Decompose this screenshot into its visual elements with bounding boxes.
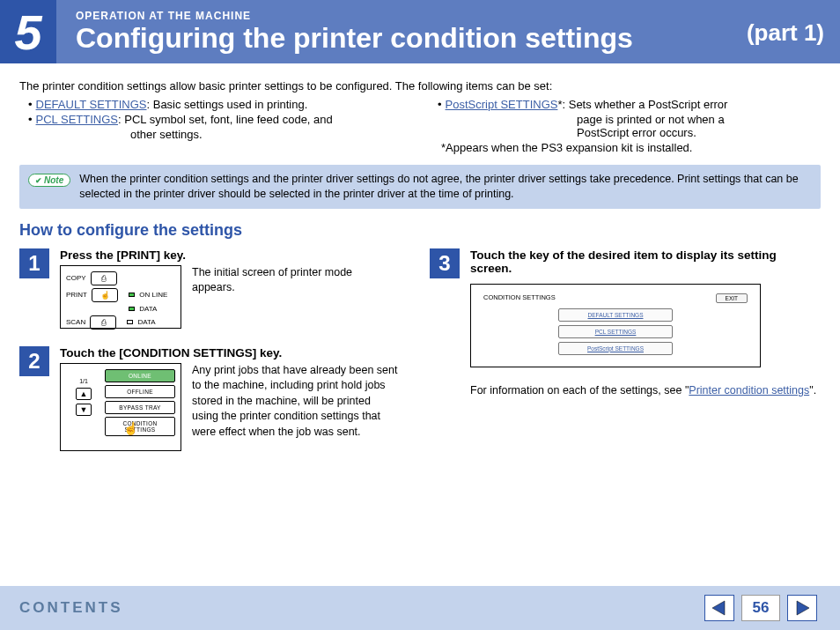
screen-heading: CONDITION SETTINGS (483, 293, 556, 303)
data-label: DATA (139, 305, 157, 313)
data-label: DATA (137, 318, 155, 326)
bullet-desc: : Sets whether a PostScript error (563, 98, 728, 111)
page-indicator: 1/1 (79, 378, 88, 384)
condition-settings-button: CONDITION SETTINGS☝ (105, 417, 175, 436)
page-header: 5 OPERATION AT THE MACHINE Configuring t… (0, 0, 840, 63)
scan-key-icon: ⎙ (90, 315, 116, 330)
part-label: (part 1) (747, 19, 824, 47)
online-label: ON LINE (139, 291, 167, 299)
bullets-left: • DEFAULT SETTINGS: Basic settings used … (19, 98, 411, 154)
steps-left-col: 1 Press the [PRINT] key. COPY⎙ PRINT☝ ON… (19, 248, 398, 469)
bullet-dot-icon: • (28, 113, 33, 126)
step-number: 2 (19, 346, 49, 376)
bullet-dot-icon: • (438, 98, 442, 111)
steps-right-col: 3 Touch the key of the desired item to d… (430, 248, 821, 469)
pcl-settings-link[interactable]: PCL SETTINGS (36, 113, 118, 126)
scan-label: SCAN (66, 318, 85, 326)
print-key-icon: ☝ (92, 288, 118, 302)
info-pre: For information on each of the settings,… (470, 384, 689, 397)
default-settings-button: DEFAULT SETTINGS (558, 308, 673, 322)
howto-heading: How to configure the settings (19, 221, 821, 240)
printer-condition-settings-link[interactable]: Printer condition settings (689, 384, 809, 397)
chapter-number: 5 (14, 4, 41, 61)
print-label: PRINT (66, 291, 87, 299)
step-2: 2 Touch the [CONDITION SETTINGS] key. 1/… (19, 346, 398, 451)
step-number: 3 (430, 248, 460, 278)
chapter-number-box: 5 (0, 0, 56, 63)
content-area: The printer condition settings allow bas… (0, 63, 840, 469)
bullet-desc: : PCL symbol set, font, line feed code, … (118, 113, 333, 126)
step-3: 3 Touch the key of the desired item to d… (430, 248, 821, 399)
intro-text: The printer condition settings allow bas… (19, 79, 821, 93)
header-text: OPERATION AT THE MACHINE Configuring the… (56, 10, 840, 55)
down-arrow-icon: ▼ (76, 404, 92, 416)
copy-label: COPY (66, 274, 86, 282)
bullet-item: • DEFAULT SETTINGS: Basic settings used … (19, 98, 411, 111)
steps-row: 1 Press the [PRINT] key. COPY⎙ PRINT☝ ON… (19, 248, 821, 469)
bullets-row: • DEFAULT SETTINGS: Basic settings used … (19, 98, 821, 154)
info-text: For information on each of the settings,… (470, 383, 821, 399)
hand-pointer-icon: ☝ (123, 421, 138, 435)
note-box: Note When the printer condition settings… (19, 165, 821, 209)
step-description: Any print jobs that have already been se… (192, 363, 398, 451)
bullets-right: • PostScript SETTINGS*: Sets whether a P… (429, 98, 821, 154)
step-title: Touch the key of the desired item to dis… (470, 248, 821, 275)
svg-marker-1 (797, 601, 809, 615)
bullet-desc: : Basic settings used in printing. (147, 98, 308, 111)
step-number: 1 (19, 248, 49, 278)
bullet-continuation: PostScript error occurs. (429, 126, 821, 139)
operation-panel-illustration: COPY⎙ PRINT☝ ON LINE PRINT DATA SCAN⎙ DA… (60, 265, 181, 329)
bypass-tray-button: BYPASS TRAY (105, 401, 175, 414)
asterisk-note: *Appears when the PS3 expansion kit is i… (429, 141, 821, 154)
online-button: ONLINE (105, 369, 175, 382)
next-arrow-icon (793, 599, 811, 617)
step-title: Touch the [CONDITION SETTINGS] key. (60, 346, 398, 359)
touchscreen-illustration: 1/1 ▲ ▼ ONLINE OFFLINE BYPASS TRAY CONDI… (60, 363, 181, 451)
bullet-dot-icon: • (28, 98, 33, 111)
led-icon (127, 320, 133, 324)
bullet-continuation: other settings. (19, 128, 411, 141)
bullet-item: • PCL SETTINGS: PCL symbol set, font, li… (19, 113, 411, 126)
chapter-name: OPERATION AT THE MACHINE (76, 10, 840, 22)
info-post: ". (809, 384, 816, 397)
note-badge: Note (28, 174, 70, 187)
led-icon (129, 307, 135, 311)
prev-arrow-icon (711, 599, 728, 617)
bullet-continuation: page is printed or not when a (429, 113, 821, 126)
postscript-settings-button: PostScript SETTINGS (558, 342, 673, 355)
step-title: Press the [PRINT] key. (60, 248, 398, 262)
note-text: When the printer condition settings and … (79, 172, 812, 202)
exit-button: EXIT (716, 293, 748, 303)
offline-button: OFFLINE (105, 385, 175, 398)
page-footer: CONTENTS 56 (0, 586, 840, 630)
up-arrow-icon: ▲ (76, 388, 92, 400)
bullet-item: • PostScript SETTINGS*: Sets whether a P… (429, 98, 821, 111)
contents-link[interactable]: CONTENTS (19, 599, 123, 617)
svg-marker-0 (712, 601, 725, 615)
page-title: Configuring the printer condition settin… (76, 22, 840, 55)
pcl-settings-button: PCL SETTINGS (558, 325, 673, 338)
prev-page-button[interactable] (704, 595, 734, 621)
next-page-button[interactable] (787, 595, 817, 621)
step-description: The initial screen of printer mode appea… (192, 265, 398, 329)
step-1: 1 Press the [PRINT] key. COPY⎙ PRINT☝ ON… (19, 248, 398, 329)
led-icon (129, 293, 135, 297)
default-settings-link[interactable]: DEFAULT SETTINGS (36, 98, 147, 111)
settings-screen-illustration: CONDITION SETTINGS EXIT DEFAULT SETTINGS… (470, 284, 761, 367)
copy-key-icon: ⎙ (91, 271, 117, 285)
postscript-settings-link[interactable]: PostScript SETTINGS (446, 98, 558, 111)
page-number: 56 (741, 595, 780, 621)
